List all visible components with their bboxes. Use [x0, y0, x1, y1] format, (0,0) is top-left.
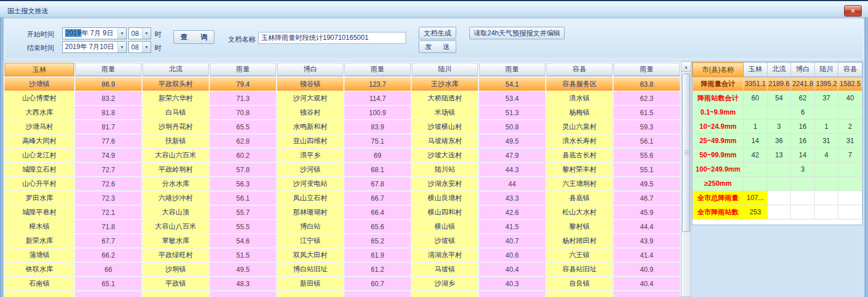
rain-value-cell[interactable]: [614, 291, 680, 297]
doc-name-input[interactable]: [258, 32, 406, 44]
station-name-cell[interactable]: 横山镇: [412, 220, 478, 233]
station-name-cell[interactable]: 蒲塘镇: [5, 249, 74, 262]
station-name-cell[interactable]: 高峰大同村: [5, 135, 74, 148]
station-name-cell[interactable]: 马坡靖东村: [412, 135, 478, 148]
table-row[interactable]: 石南镇65.1平政镇48.3新田镇60.7沙湖乡40.3自良镇40.4: [5, 277, 680, 290]
start-hour-combo[interactable]: 08 ▼: [128, 27, 151, 39]
send-button[interactable]: 发 送: [419, 40, 456, 53]
rain-value-cell[interactable]: 67.7: [75, 234, 141, 247]
station-name-cell[interactable]: 顿谷村: [277, 106, 343, 119]
rain-value-cell[interactable]: 61.2: [344, 263, 411, 276]
rain-value-cell[interactable]: 56.3: [210, 177, 276, 190]
station-name-cell[interactable]: 大容山顶: [143, 206, 209, 219]
rain-value-cell[interactable]: 59.3: [614, 120, 680, 133]
end-date-combo[interactable]: 2019年 7月10日 ▼: [62, 41, 127, 53]
station-name-cell[interactable]: 县底镇: [546, 192, 613, 205]
station-name-cell[interactable]: 松山大水村: [546, 206, 613, 219]
rain-value-cell[interactable]: 70.8: [210, 106, 276, 119]
rain-value-cell[interactable]: 40.6: [479, 249, 545, 262]
station-name-cell[interactable]: 江宁镇: [277, 234, 343, 247]
station-name-cell[interactable]: 沙垌镇: [143, 263, 209, 276]
station-name-cell[interactable]: [546, 291, 613, 297]
station-name-cell[interactable]: 山心升平村: [5, 177, 74, 190]
rain-value-cell[interactable]: [75, 291, 141, 297]
rain-value-cell[interactable]: 71.3: [210, 92, 276, 105]
summary-row[interactable]: 全市降雨站数253: [693, 205, 862, 219]
rain-value-cell[interactable]: 44.3: [479, 163, 545, 176]
rain-value-cell[interactable]: 46.7: [614, 192, 680, 205]
rain-value-cell[interactable]: 60.2: [210, 149, 276, 162]
station-name-cell[interactable]: 自良镇: [546, 277, 613, 290]
station-name-cell[interactable]: 平政双头村: [143, 78, 209, 91]
rain-value-cell[interactable]: 41.4: [614, 249, 680, 262]
summary-header-city[interactable]: 玉林: [744, 63, 768, 77]
rain-value-cell[interactable]: 123.7: [344, 78, 411, 91]
rain-value-cell[interactable]: 41.5: [479, 220, 545, 233]
rain-value-cell[interactable]: 81.8: [75, 106, 141, 119]
station-name-cell[interactable]: 县底古长村: [546, 149, 613, 162]
station-name-cell[interactable]: 博白站: [277, 220, 343, 233]
rain-value-cell[interactable]: 47.9: [479, 149, 545, 162]
rain-value-cell[interactable]: 54.6: [210, 234, 276, 247]
rain-value-cell[interactable]: [479, 291, 545, 297]
column-header-rain[interactable]: 雨量: [210, 63, 276, 76]
rain-value-cell[interactable]: 83.9: [344, 120, 411, 133]
station-name-cell[interactable]: 樟木镇: [5, 220, 74, 233]
rain-value-cell[interactable]: 61.9: [344, 249, 411, 262]
scroll-up-icon[interactable]: ▲: [682, 62, 691, 72]
table-row[interactable]: 新荣水库67.7覃敏水库54.6江宁镇65.2沙坡镇40.7杨村踏田村43.9: [5, 234, 680, 247]
station-name-cell[interactable]: 清湖永平村: [412, 249, 478, 262]
station-name-cell[interactable]: 沙坡横山村: [412, 120, 478, 133]
station-name-cell[interactable]: 黎村荣丰村: [546, 163, 613, 176]
rain-value-cell[interactable]: 83.2: [75, 92, 141, 105]
rain-value-cell[interactable]: 65.1: [75, 277, 141, 290]
station-name-cell[interactable]: 山心博爱村: [5, 92, 74, 105]
station-name-cell[interactable]: 覃敏水库: [143, 234, 209, 247]
column-header-rain[interactable]: 雨量: [614, 63, 680, 76]
station-name-cell[interactable]: 新荣六华村: [143, 92, 209, 105]
column-header-city[interactable]: 北流: [143, 63, 209, 76]
table-row[interactable]: 山心博爱村83.2新荣六华村71.3沙河大观村114.7大桥陆透村53.4浪水镇…: [5, 92, 680, 105]
station-name-cell[interactable]: 沙坡镇: [412, 234, 478, 247]
station-name-cell[interactable]: 平政岭垌村: [143, 163, 209, 176]
station-name-cell[interactable]: 六王镇: [546, 249, 613, 262]
station-name-cell[interactable]: 沙垌丹花村: [143, 120, 209, 133]
column-header-city[interactable]: 容县: [546, 63, 613, 76]
rain-value-cell[interactable]: 68.1: [344, 163, 411, 176]
station-name-cell[interactable]: 新荣水库: [5, 234, 74, 247]
rain-value-cell[interactable]: 100.9: [344, 106, 411, 119]
station-name-cell[interactable]: 罗田水库: [5, 192, 74, 205]
query-button[interactable]: 查 询: [173, 30, 214, 44]
station-name-cell[interactable]: 灵山六泉村: [546, 120, 613, 133]
station-name-cell[interactable]: 平政镇: [143, 277, 209, 290]
summary-row[interactable]: 0.1~9.9mm6: [693, 105, 862, 120]
column-header-city[interactable]: 博白: [277, 63, 343, 76]
rain-value-cell[interactable]: 49.5: [210, 263, 276, 276]
vertical-scrollbar[interactable]: ▲: [681, 62, 691, 297]
rain-value-cell[interactable]: 72.7: [75, 163, 141, 176]
column-header-rain[interactable]: 雨量: [479, 63, 545, 76]
rain-value-cell[interactable]: 51.3: [479, 106, 545, 119]
station-name-cell[interactable]: 白马镇: [143, 106, 209, 119]
rain-value-cell[interactable]: 62.3: [614, 92, 680, 105]
summary-row[interactable]: 25~49.9mm1436163131: [693, 134, 862, 148]
station-name-cell[interactable]: 平政绿旺村: [143, 249, 209, 262]
rain-value-cell[interactable]: 57.8: [210, 163, 276, 176]
rain-value-cell[interactable]: 51.5: [210, 249, 276, 262]
station-name-cell[interactable]: 陆川站: [412, 163, 478, 176]
summary-row[interactable]: 全市总降雨量107...: [693, 191, 862, 205]
station-name-cell[interactable]: 分水水库: [143, 177, 209, 190]
rain-value-cell[interactable]: 81.7: [75, 120, 141, 133]
rain-value-cell[interactable]: 45.9: [614, 206, 680, 219]
rain-value-cell[interactable]: 72.3: [75, 192, 141, 205]
summary-row[interactable]: 100~249.9mm3: [693, 162, 862, 177]
rain-value-cell[interactable]: 66: [75, 263, 141, 276]
station-name-cell[interactable]: 浪平乡: [277, 149, 343, 162]
rain-value-cell[interactable]: 49.5: [614, 177, 680, 190]
rain-value-cell[interactable]: 71.8: [75, 220, 141, 233]
rain-value-cell[interactable]: 42.6: [479, 206, 545, 219]
rain-value-cell[interactable]: 40.4: [479, 263, 545, 276]
station-name-cell[interactable]: 浪水镇: [546, 92, 613, 105]
station-name-cell[interactable]: 杨梅镇: [546, 106, 613, 119]
summary-row[interactable]: 50~99.9mm42131447: [693, 148, 862, 162]
